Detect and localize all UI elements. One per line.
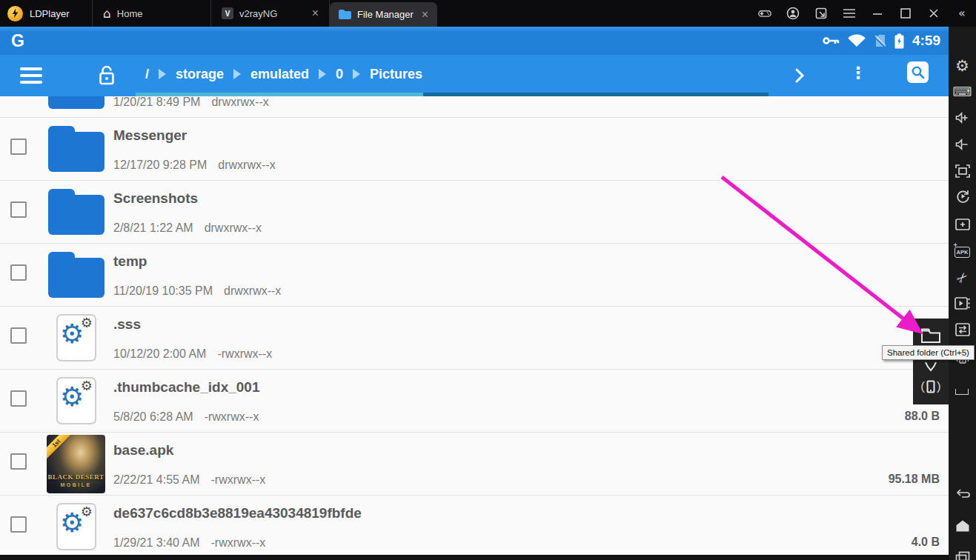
system-file-icon — [56, 377, 96, 424]
install-apk-icon[interactable]: APK — [949, 244, 976, 258]
video-record-icon[interactable] — [949, 296, 976, 310]
app-name: LDPlayer — [30, 8, 69, 19]
breadcrumb: /storageemulated0Pictures — [145, 55, 422, 93]
search-button[interactable] — [907, 61, 929, 83]
breadcrumb-item[interactable]: storage — [176, 67, 224, 82]
breadcrumb-item[interactable]: / — [145, 67, 149, 82]
fullscreen-icon[interactable] — [949, 164, 976, 178]
file-size: 4.0 B — [912, 536, 940, 549]
breadcrumb-separator-icon — [233, 69, 241, 79]
file-icon: 1st BLACK DESERT MOBILE — [0, 433, 113, 496]
drawer-menu-icon[interactable] — [20, 67, 42, 84]
tab-v2rayng[interactable]: V v2rayNG — [211, 0, 330, 27]
file-meta: 11/20/19 10:35 PMdrwxrwx--x — [113, 284, 281, 298]
ldplayer-logo-icon — [7, 6, 23, 21]
close-tab-icon[interactable] — [422, 8, 428, 21]
battery-charging-icon — [894, 33, 904, 49]
file-icon: 1st BLACK DESERT MOBILE — [0, 307, 113, 370]
sidebar-flyout: ( ) — [913, 319, 949, 404]
breadcrumb-separator-icon — [353, 69, 360, 79]
rotate-screen-icon[interactable]: ( ) — [913, 379, 949, 394]
file-name: temp — [113, 253, 147, 270]
file-name: .thumbcache_idx_001 — [113, 379, 259, 396]
screenshot-icon[interactable] — [949, 217, 976, 230]
transfer-icon[interactable] — [949, 322, 976, 336]
file-row[interactable]: 1st BLACK DESERT MOBILE Messenger 12/17/… — [0, 118, 949, 181]
file-row[interactable]: 1st BLACK DESERT MOBILE .thumbcache_idx_… — [0, 370, 949, 433]
volume-down-icon[interactable] — [949, 137, 976, 150]
android-statusbar: G 4:59 — [0, 27, 949, 55]
file-manager-toolbar: /storageemulated0Pictures — [0, 55, 949, 96]
file-meta: 12/17/20 9:28 PMdrwxrwx--x — [113, 159, 276, 172]
gamepad-icon[interactable] — [758, 7, 771, 20]
file-row-partial[interactable]: 1/20/21 8:49 PMdrwxrwx--x — [0, 96, 949, 118]
tab-v2rayng-label: v2rayNG — [239, 8, 277, 19]
minimize-icon[interactable] — [871, 7, 884, 20]
lock-icon[interactable] — [97, 64, 116, 90]
close-window-icon[interactable] — [927, 7, 940, 20]
tab-home[interactable]: Home — [93, 0, 211, 27]
file-icon: 1st BLACK DESERT MOBILE — [0, 370, 113, 433]
file-name: de637c6cd8b3e8819ea43034819fbfde — [113, 505, 362, 521]
file-name: .sss — [113, 316, 141, 333]
file-meta: 5/8/20 6:28 AM-rwxrwx--x — [113, 410, 259, 424]
file-icon: 1st BLACK DESERT MOBILE — [0, 244, 113, 307]
system-file-icon — [56, 503, 96, 550]
file-list[interactable]: 1/20/21 8:49 PMdrwxrwx--x 1st BLACK DESE… — [0, 96, 949, 555]
menu-icon[interactable] — [843, 7, 856, 20]
maximize-icon[interactable] — [899, 7, 912, 20]
file-icon: 1st BLACK DESERT MOBILE — [0, 181, 113, 244]
window-bottom-edge — [0, 555, 949, 560]
file-icon — [0, 96, 113, 118]
file-row[interactable]: 1st BLACK DESERT MOBILE temp 11/20/19 10… — [0, 244, 949, 307]
breadcrumb-separator-icon — [319, 69, 326, 79]
status-icons: 4:59 — [823, 33, 949, 49]
apk-thumbnail: 1st BLACK DESERT MOBILE — [47, 435, 105, 493]
file-meta: 2/8/21 1:22 AMdrwxrwx--x — [113, 221, 262, 235]
file-meta: 10/12/20 2:00 AM-rwxrwx--x — [113, 347, 272, 361]
file-size: 88.0 B — [905, 410, 940, 423]
settings-icon[interactable]: ⚙ — [949, 59, 976, 74]
resize-icon[interactable] — [814, 7, 828, 20]
file-name: Messenger — [113, 127, 187, 144]
file-icon: 1st BLACK DESERT MOBILE — [0, 118, 113, 181]
tab-file-manager[interactable]: File Manager — [330, 2, 437, 27]
back-icon[interactable] — [949, 486, 976, 500]
breadcrumb-item[interactable]: Pictures — [370, 67, 422, 82]
hidden-sidebar-icon[interactable] — [955, 389, 969, 395]
shared-folder-icon[interactable] — [913, 327, 949, 347]
recent-apps-icon[interactable] — [949, 550, 976, 560]
file-row[interactable]: 1st BLACK DESERT MOBILE Screenshots 2/8/… — [0, 181, 949, 244]
tab-file-manager-label: File Manager — [357, 9, 414, 20]
ldplayer-sidebar: ⚙ ⌨ APK ✂ — [949, 27, 976, 560]
breadcrumb-separator-icon — [159, 69, 166, 79]
pin-icon[interactable] — [913, 361, 949, 376]
titlebar: LDPlayer Home V v2rayNG File Manager — [0, 0, 976, 27]
folder-icon — [48, 126, 104, 172]
cut-icon[interactable]: ✂ — [948, 264, 976, 293]
folder-icon — [48, 189, 104, 235]
breadcrumb-item[interactable]: emulated — [250, 67, 309, 82]
overflow-menu-icon[interactable] — [850, 64, 866, 83]
home-nav-icon[interactable] — [949, 519, 976, 533]
account-icon[interactable] — [786, 7, 800, 20]
v2rayng-icon: V — [222, 7, 233, 19]
forward-chevron-icon[interactable] — [794, 67, 805, 87]
file-row[interactable]: 1st BLACK DESERT MOBILE de637c6cd8b3e881… — [0, 496, 949, 555]
file-meta: 1/29/21 3:40 AM-rwxrwx--x — [113, 536, 265, 550]
keyboard-icon[interactable]: ⌨ — [949, 85, 976, 99]
close-tab-icon[interactable] — [312, 7, 319, 20]
file-row[interactable]: 1st BLACK DESERT MOBILE .sss 10/12/20 2:… — [0, 307, 949, 370]
status-clock: 4:59 — [912, 33, 940, 49]
file-row[interactable]: 1st BLACK DESERT MOBILE base.apk 2/22/21… — [0, 433, 949, 496]
folder-icon — [48, 96, 104, 109]
folder-icon — [48, 252, 104, 298]
collapse-sidebar-icon[interactable]: « — [955, 7, 969, 20]
breadcrumb-item[interactable]: 0 — [336, 67, 343, 82]
operation-record-icon[interactable] — [949, 189, 976, 204]
file-name: Screenshots — [113, 190, 198, 207]
file-name: base.apk — [113, 442, 173, 459]
app-brand: LDPlayer — [0, 0, 93, 27]
home-icon — [103, 6, 111, 21]
volume-up-icon[interactable] — [949, 110, 976, 124]
